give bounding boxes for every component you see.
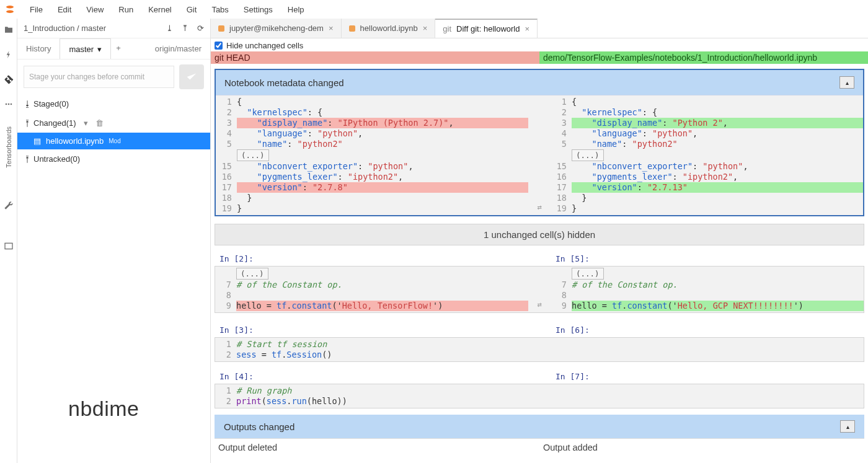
cloud-up-icon[interactable]: ⤒	[182, 24, 188, 33]
menu-settings[interactable]: Settings	[236, 2, 280, 17]
prompt4-right: In [7]:	[551, 368, 864, 384]
hide-unchanged-checkbox[interactable]	[215, 42, 223, 50]
cell4-code: 1# Run graph2print(sess.run(hello))	[215, 384, 864, 408]
close-icon[interactable]: ×	[525, 24, 529, 33]
trash-icon[interactable]: 🗑	[95, 118, 104, 128]
editor-tab[interactable]: gitDiff git: helloworld×	[435, 19, 538, 38]
svg-point-4	[10, 104, 12, 105]
new-branch-button[interactable]: +	[111, 38, 126, 59]
section-untracked[interactable]: ⭱Untracked(0)	[17, 149, 210, 169]
metadata-title: Notebook metadata changed	[224, 77, 344, 88]
file-name: helloworld.ipynb	[46, 136, 104, 146]
outputs-title: Outputs changed	[224, 421, 294, 432]
changed-file[interactable]: ▤ helloworld.ipynb Mod	[17, 133, 210, 149]
menu-git[interactable]: Git	[179, 2, 205, 17]
svg-point-3	[7, 104, 9, 105]
diff-source-right: demo/TensorFlow-Examples/notebooks/1_Int…	[539, 51, 868, 64]
diff-source-left: git HEAD	[211, 51, 539, 64]
cell3-code: 1# Start tf session2sess = tf.Session()	[215, 337, 864, 362]
wrench-icon[interactable]	[2, 199, 15, 211]
branch-tabs: History master▾ + origin/master	[17, 38, 210, 60]
editor-tabs: jupyter@mikehcheng-dem×helloworld.ipynb×…	[211, 19, 868, 38]
tabs-icon[interactable]	[2, 240, 15, 252]
prompt3-left: In [3]:	[215, 322, 528, 337]
svg-rect-5	[5, 243, 12, 249]
output-added: Output added	[539, 438, 864, 456]
metadata-panel: Notebook metadata changed ▴ 1{2 "kernels…	[215, 69, 864, 216]
brand-label: nbdime	[68, 397, 140, 421]
cell2-left: (...)7# of the Constant op.89hello = tf.…	[215, 267, 528, 312]
running-icon[interactable]	[2, 48, 15, 61]
hide-unchanged-label: Hide unchanged cells	[226, 41, 303, 50]
left-code: 1{2 "kernelspec": {3 "display_name": "IP…	[216, 95, 528, 215]
folder-icon[interactable]	[2, 24, 15, 36]
prompt-right: In [5]:	[551, 250, 864, 266]
tab-history[interactable]: History	[17, 38, 60, 59]
git-icon[interactable]	[2, 73, 15, 86]
hidden-cells-msg: 1 unchanged cell(s) hidden	[215, 224, 864, 245]
outputs-panel: Outputs changed ▴	[215, 415, 864, 438]
breadcrumb[interactable]: 1_Introduction / master	[24, 24, 106, 33]
prompt3-right: In [6]:	[551, 322, 864, 337]
tab-branch[interactable]: master▾	[60, 38, 111, 59]
editor-tab[interactable]: jupyter@mikehcheng-dem×	[211, 19, 342, 38]
svg-point-0	[6, 6, 14, 9]
menu-tabs[interactable]: Tabs	[204, 2, 236, 17]
section-changed[interactable]: ⭱Changed(1)▾🗑	[17, 113, 210, 133]
menu-view[interactable]: View	[79, 2, 111, 17]
editor-area: jupyter@mikehcheng-dem×helloworld.ipynb×…	[211, 19, 868, 463]
branch-name: master	[69, 45, 94, 54]
chevron-down-icon: ▾	[97, 45, 102, 54]
commit-button[interactable]	[179, 64, 204, 89]
menu-bar: FileEditViewRunKernelGitTabsSettingsHelp	[0, 0, 868, 19]
cloud-down-icon[interactable]: ⤓	[166, 24, 173, 33]
prompt-left: In [2]:	[215, 250, 528, 266]
refresh-icon[interactable]: ⟳	[197, 24, 204, 33]
commit-message-input[interactable]: Stage your changes before commit	[24, 66, 174, 88]
right-code: 1{2 "kernelspec": {3 "display_name": "Py…	[551, 95, 863, 215]
prompt4-left: In [4]:	[215, 368, 528, 384]
output-deleted: Output deleted	[215, 438, 539, 456]
menu-run[interactable]: Run	[111, 2, 141, 17]
file-badge: Mod	[108, 138, 120, 144]
jupyter-logo	[4, 3, 16, 15]
close-icon[interactable]: ×	[329, 24, 334, 33]
notebook-icon: ▤	[33, 136, 41, 146]
cell2-right: (...)7# of the Constant op.89hello = tf.…	[551, 267, 864, 312]
map-icon: ⇄	[528, 95, 551, 215]
menu-kernel[interactable]: Kernel	[141, 2, 179, 17]
tab-remote[interactable]: origin/master	[146, 38, 210, 59]
activity-bar: Tensorboards	[0, 19, 17, 463]
tensorboards-label[interactable]: Tensorboards	[5, 126, 12, 168]
discard-icon[interactable]: ▾	[84, 118, 88, 128]
commands-icon[interactable]	[2, 98, 15, 110]
menu-edit[interactable]: Edit	[50, 2, 79, 17]
collapse-toggle[interactable]: ▴	[839, 76, 854, 89]
editor-tab[interactable]: helloworld.ipynb×	[342, 19, 436, 38]
svg-point-2	[5, 104, 7, 105]
diff-view: Hide unchanged cells git HEAD demo/Tenso…	[211, 38, 868, 463]
section-staged[interactable]: ⭳Staged(0)	[17, 94, 210, 113]
menu-help[interactable]: Help	[280, 2, 312, 17]
svg-point-1	[6, 11, 14, 14]
menu-file[interactable]: File	[22, 2, 50, 17]
outputs-toggle[interactable]: ▴	[840, 420, 855, 433]
close-icon[interactable]: ×	[423, 24, 428, 33]
